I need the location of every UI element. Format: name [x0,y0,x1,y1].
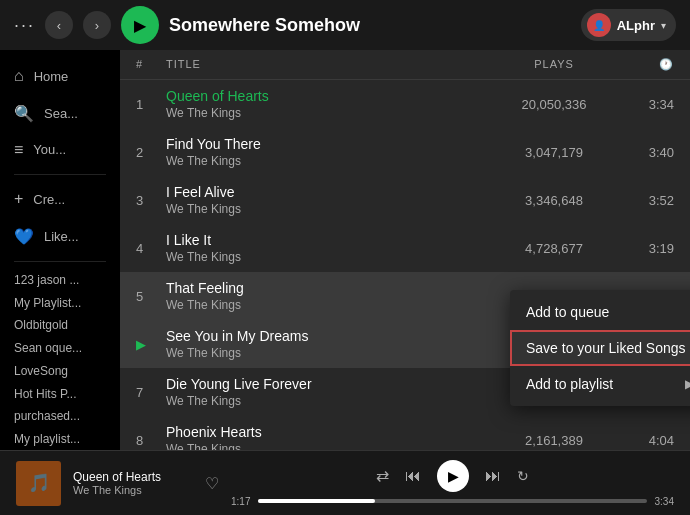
heart-icon: 💙 [14,227,34,246]
track-artist: We The Kings [166,106,494,120]
sidebar-playlist-item[interactable]: LoveSong [0,359,120,382]
user-area[interactable]: 👤 ALphr ▾ [581,9,676,41]
track-number: 1 [136,97,166,112]
col-title: TITLE [166,58,494,71]
context-menu-save-liked[interactable]: Save to your Liked Songs [510,330,690,366]
table-row[interactable]: 1 Queen of Hearts We The Kings 20,050,33… [120,80,690,128]
sidebar-item-liked[interactable]: 💙 Like... [0,218,120,255]
chevron-right-icon: ▶ [685,377,690,391]
sidebar-item-label: Home [34,69,69,84]
sidebar-item-create[interactable]: + Cre... [0,181,120,217]
track-name: I Feel Alive [166,184,494,200]
table-row[interactable]: 4 I Like It We The Kings 4,728,677 3:19 [120,224,690,272]
track-info: Phoenix Hearts We The Kings [166,424,494,450]
time-current: 1:17 [231,496,250,507]
prev-button[interactable]: ⏮ [405,467,421,485]
sidebar-divider-2 [14,261,106,262]
now-playing-artist: We The Kings [73,484,193,496]
track-plays: 3,047,179 [494,145,614,160]
table-header: # TITLE PLAYS 🕐 [120,50,690,80]
sidebar-playlist-item[interactable]: purchased... [0,404,120,427]
sidebar-item-library[interactable]: ≡ You... [0,132,120,168]
track-plays: 3,346,648 [494,193,614,208]
table-row[interactable]: 2 Find You There We The Kings 3,047,179 … [120,128,690,176]
track-info: Die Young Live Forever We The Kings [166,376,494,408]
sidebar-item-label: Sea... [44,106,78,121]
sidebar-playlist-item[interactable]: My Playlist... [0,291,120,314]
progress-fill [258,499,374,503]
context-menu: Add to queue Save to your Liked Songs Ad… [510,290,690,406]
col-plays: PLAYS [494,58,614,71]
sidebar-playlist-item[interactable]: 123 jason ... [0,268,120,291]
track-artist: We The Kings [166,202,494,216]
track-artist: We The Kings [166,298,494,312]
sidebar-playlist-item[interactable]: Sean oque... [0,336,120,359]
track-info: That Feeling We The Kings [166,280,494,312]
shuffle-button[interactable]: ⇄ [376,466,389,485]
sidebar-item-label: Cre... [33,192,65,207]
nav-forward-button[interactable]: › [83,11,111,39]
track-name: Find You There [166,136,494,152]
avatar: 👤 [587,13,611,37]
track-artist: We The Kings [166,442,494,450]
sidebar-playlist-item[interactable]: Hot Hits P... [0,382,120,405]
chevron-down-icon: ▾ [661,20,666,31]
home-icon: ⌂ [14,67,24,85]
search-icon: 🔍 [14,104,34,123]
sidebar-item-home[interactable]: ⌂ Home [0,58,120,94]
content-area: # TITLE PLAYS 🕐 1 Queen of Hearts We The… [120,50,690,450]
play-top-button[interactable]: ▶ [121,6,159,44]
track-info: Find You There We The Kings [166,136,494,168]
player-controls: ⇄ ⏮ ▶ ⏭ ↻ 1:17 3:34 [231,460,674,507]
track-name: Die Young Live Forever [166,376,494,392]
art-emoji: 🎵 [28,472,50,494]
now-playing-title: Queen of Hearts [73,470,193,484]
track-number: 2 [136,145,166,160]
plus-icon: + [14,190,23,208]
track-plays: 20,050,336 [494,97,614,112]
main-layout: ⌂ Home 🔍 Sea... ≡ You... + Cre... 💙 Like… [0,50,690,450]
sidebar-playlist-item[interactable]: My playlist... [0,427,120,450]
sidebar-playlist-item[interactable]: Oldbitgold [0,313,120,336]
top-bar: ··· ‹ › ▶ Somewhere Somehow 👤 ALphr ▾ [0,0,690,50]
track-duration: 3:34 [614,97,674,112]
track-name: I Like It [166,232,494,248]
col-duration: 🕐 [614,58,674,71]
track-duration: 3:40 [614,145,674,160]
play-pause-button[interactable]: ▶ [437,460,469,492]
table-row[interactable]: 3 I Feel Alive We The Kings 3,346,648 3:… [120,176,690,224]
col-num: # [136,58,166,71]
progress-bar[interactable] [258,499,646,503]
track-plays: 4,728,677 [494,241,614,256]
track-duration: 3:19 [614,241,674,256]
dots-icon: ··· [14,15,35,36]
nav-back-button[interactable]: ‹ [45,11,73,39]
progress-bar-container: 1:17 3:34 [231,496,674,507]
repeat-button[interactable]: ↻ [517,468,529,484]
bottom-player: 🎵 Queen of Hearts We The Kings ♡ ⇄ ⏮ ▶ ⏭… [0,450,690,515]
track-number: 4 [136,241,166,256]
library-icon: ≡ [14,141,23,159]
context-menu-add-queue[interactable]: Add to queue [510,294,690,330]
track-plays: 2,161,389 [494,433,614,448]
track-duration: 4:04 [614,433,674,448]
track-number: 7 [136,385,166,400]
sidebar-item-label: You... [33,142,66,157]
now-playing-info: Queen of Hearts We The Kings [73,470,193,496]
track-number: 3 [136,193,166,208]
table-row[interactable]: 8 Phoenix Hearts We The Kings 2,161,389 … [120,416,690,450]
track-info: Queen of Hearts We The Kings [166,88,494,120]
track-artist: We The Kings [166,346,494,360]
sidebar: ⌂ Home 🔍 Sea... ≡ You... + Cre... 💙 Like… [0,50,120,450]
top-track-title: Somewhere Somehow [169,15,571,36]
track-artist: We The Kings [166,250,494,264]
track-name: Queen of Hearts [166,88,494,104]
track-artist: We The Kings [166,154,494,168]
like-button[interactable]: ♡ [205,474,219,493]
next-button[interactable]: ⏭ [485,467,501,485]
sidebar-item-search[interactable]: 🔍 Sea... [0,94,120,131]
now-playing-art: 🎵 [16,461,61,506]
track-number: 8 [136,433,166,448]
context-menu-add-playlist[interactable]: Add to playlist ▶ [510,366,690,402]
track-name: Phoenix Hearts [166,424,494,440]
